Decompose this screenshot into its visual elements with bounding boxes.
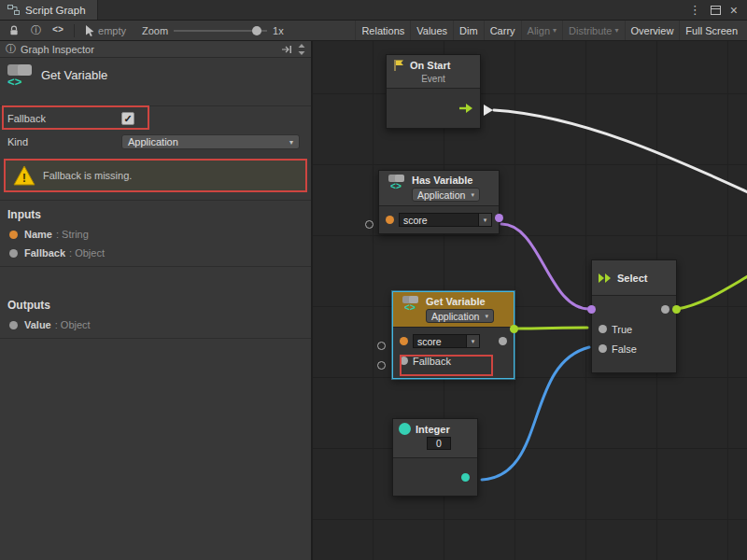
port-dot — [9, 231, 18, 239]
integer-output-port[interactable] — [461, 473, 470, 482]
warning-box: ! Fallback is missing. — [4, 159, 307, 192]
node-title: Get Variable — [426, 296, 508, 307]
info-icon: ⓘ — [6, 42, 16, 56]
tab-label: Script Graph — [25, 5, 86, 16]
toolbar-button-fullscreen[interactable]: Full Screen — [679, 21, 743, 40]
fallback-checkbox[interactable]: ✓ — [121, 112, 134, 125]
selection-status: empty — [80, 21, 131, 40]
chevron-down-icon: ▾ — [471, 191, 474, 199]
toolbar-button-relations[interactable]: Relations — [355, 21, 410, 40]
node-get-variable[interactable]: <> Get Variable Application ▾ score — [392, 291, 514, 379]
cursor-icon — [85, 25, 95, 36]
selection-output-port-connected[interactable] — [672, 305, 681, 314]
inspected-node-summary: <> Get Variable — [0, 58, 311, 106]
zoom-slider-knob[interactable] — [252, 26, 261, 35]
graph-canvas[interactable]: On Start Event <> Ha — [313, 41, 747, 560]
info-icon: ⓘ — [31, 23, 41, 37]
window-layout-icon[interactable] — [711, 6, 721, 15]
toolbar-button-distribute: Distribute▾ — [562, 21, 624, 40]
node-integer[interactable]: Integer 0 — [392, 418, 478, 497]
fallback-field-row: Fallback ✓ — [0, 106, 311, 131]
get-variable-icon: <> — [399, 296, 421, 314]
has-variable-icon: <> — [385, 175, 407, 192]
zoom-label: Zoom — [142, 25, 168, 36]
value-output-port[interactable] — [499, 337, 507, 345]
name-input-port[interactable] — [386, 216, 394, 224]
unconnected-input-port[interactable] — [377, 361, 386, 370]
result-output-port[interactable] — [495, 214, 503, 222]
zoom-value: 1x — [273, 25, 284, 36]
condition-input-port[interactable] — [587, 305, 596, 314]
wire-has-variable-to-select-condition — [501, 224, 589, 309]
wire-layer — [313, 41, 747, 560]
toolbar-button-carry[interactable]: Carry — [484, 21, 521, 40]
integer-value-input[interactable]: 0 — [427, 437, 451, 450]
unconnected-input-port[interactable] — [377, 342, 386, 350]
chevron-down-icon: ▾ — [289, 138, 293, 147]
chevron-down-icon: ▾ — [467, 334, 480, 348]
script-graph-icon — [7, 5, 20, 15]
integer-icon — [399, 423, 411, 435]
kind-dropdown[interactable]: Application ▾ — [412, 188, 480, 202]
code-icon: <> — [52, 25, 63, 35]
input-row-fallback: Fallback : Object — [0, 244, 311, 262]
dock-icon[interactable] — [281, 45, 292, 54]
toolbar-separator — [74, 24, 75, 37]
fallback-field-label: Fallback — [7, 113, 121, 124]
flag-icon — [392, 59, 405, 72]
zoom-slider[interactable] — [174, 25, 267, 36]
inspector-title: Graph Inspector — [21, 44, 94, 55]
toolbar-button-align: Align▾ — [521, 21, 562, 40]
unconnected-input-port[interactable] — [365, 220, 374, 229]
close-icon[interactable]: × — [730, 4, 738, 17]
trigger-output-port[interactable] — [458, 103, 473, 114]
chevron-down-icon: ▾ — [479, 213, 492, 227]
inputs-section: Inputs Name : String Fallback : Object — [0, 201, 311, 267]
toolbar-button-values[interactable]: Values — [410, 21, 453, 40]
variable-name-dropdown[interactable]: score ▾ — [413, 334, 480, 348]
node-select[interactable]: Select True False — [591, 259, 677, 373]
code-view-button[interactable]: <> — [48, 21, 68, 40]
chevron-down-icon: ▾ — [615, 26, 619, 35]
toolbar-button-dim[interactable]: Dim — [453, 21, 484, 40]
node-header: Integer 0 — [393, 419, 477, 458]
wire-get-variable-to-select-true — [514, 328, 587, 329]
node-has-variable[interactable]: <> Has Variable Application ▾ score — [378, 170, 500, 234]
warning-icon: ! — [13, 165, 35, 186]
fallback-input-port[interactable] — [400, 357, 408, 365]
tab-script-graph[interactable]: Script Graph — [0, 0, 98, 20]
value-output-port-connected[interactable] — [510, 325, 518, 333]
scroll-arrows-icon[interactable] — [298, 44, 305, 55]
trigger-port-marker — [484, 105, 493, 116]
true-input-port[interactable] — [599, 325, 607, 333]
kind-dropdown-value: Application — [128, 136, 178, 147]
true-port-label: True — [612, 324, 632, 335]
node-on-start[interactable]: On Start Event — [386, 54, 481, 129]
graph-toolbar: ⓘ <> empty Zoom 1x Relations Values Dim … — [0, 21, 747, 41]
chevron-down-icon: ▾ — [485, 313, 488, 320]
output-row-value: Value : Object — [0, 315, 311, 334]
inspected-node-title: Get Variable — [41, 64, 107, 99]
kind-dropdown[interactable]: Application ▾ — [426, 309, 494, 323]
variable-name-dropdown[interactable]: score ▾ — [399, 213, 492, 227]
node-subtitle: Event — [392, 72, 474, 84]
name-input-port[interactable] — [400, 337, 408, 345]
kind-dropdown[interactable]: Application ▾ — [121, 134, 300, 149]
wire-select-output — [677, 276, 747, 309]
info-button[interactable]: ⓘ — [26, 21, 46, 40]
port-dot — [9, 249, 18, 258]
node-header: <> Get Variable Application ▾ — [393, 292, 514, 328]
kebab-menu-icon[interactable]: ⋮ — [689, 3, 701, 17]
toolbar-button-overview[interactable]: Overview — [625, 21, 680, 40]
node-header: Select — [592, 260, 676, 296]
chevron-down-icon: ▾ — [553, 26, 557, 35]
inputs-header: Inputs — [0, 206, 311, 225]
node-header: <> Has Variable Application ▾ — [379, 171, 499, 206]
inspector-header: ⓘ Graph Inspector — [0, 41, 311, 58]
lock-button[interactable] — [4, 21, 24, 40]
window-titlebar: Script Graph ⋮ × — [0, 0, 747, 21]
lock-icon — [8, 25, 20, 36]
false-input-port[interactable] — [599, 344, 607, 353]
selection-output-port[interactable] — [661, 305, 669, 314]
graph-inspector-panel: ⓘ Graph Inspector <> Get Variable F — [0, 41, 313, 560]
